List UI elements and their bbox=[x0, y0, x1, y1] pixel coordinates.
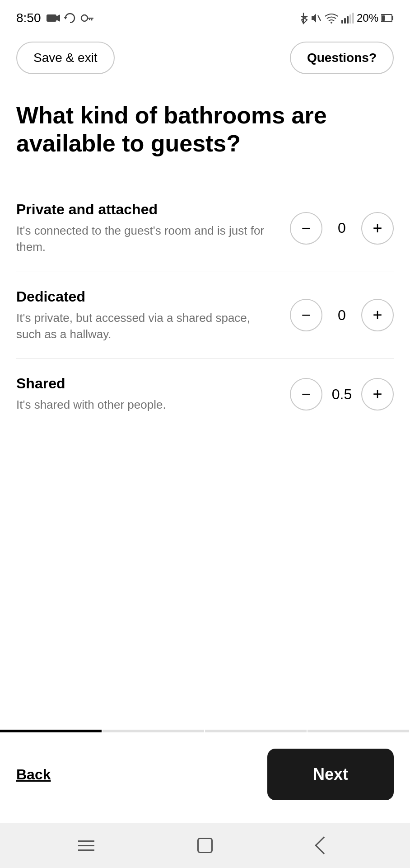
decrement-dedicated-button[interactable]: − bbox=[290, 299, 322, 331]
android-back-button[interactable] bbox=[312, 834, 335, 857]
battery-icon bbox=[381, 13, 394, 23]
option-desc-shared: It's shared with other people. bbox=[16, 396, 276, 413]
option-title-dedicated: Dedicated bbox=[16, 288, 276, 305]
questions-button[interactable]: Questions? bbox=[290, 42, 394, 74]
back-icon bbox=[315, 836, 333, 854]
option-text-dedicated: Dedicated It's private, but accessed via… bbox=[16, 288, 290, 343]
svg-line-7 bbox=[318, 15, 321, 21]
svg-rect-11 bbox=[347, 16, 349, 24]
bathroom-option-dedicated: Dedicated It's private, but accessed via… bbox=[16, 272, 394, 359]
next-button[interactable]: Next bbox=[267, 749, 394, 800]
main-content: What kind of bathrooms are available to … bbox=[0, 83, 410, 730]
battery-text: 20% bbox=[357, 12, 378, 24]
svg-rect-6 bbox=[89, 19, 90, 20]
svg-marker-1 bbox=[56, 14, 60, 22]
increment-dedicated-button[interactable]: + bbox=[361, 299, 394, 331]
stepper-value-private: 0 bbox=[331, 220, 353, 236]
stepper-dedicated: − 0 + bbox=[290, 299, 394, 331]
svg-rect-12 bbox=[349, 14, 351, 24]
option-title-shared: Shared bbox=[16, 375, 276, 392]
svg-rect-5 bbox=[91, 19, 93, 21]
increment-private-button[interactable]: + bbox=[361, 212, 394, 245]
home-icon bbox=[197, 838, 213, 853]
status-bar: 8:50 bbox=[0, 0, 410, 33]
option-text-private: Private and attached It's connected to t… bbox=[16, 201, 290, 255]
svg-marker-2 bbox=[64, 17, 67, 19]
key-icon bbox=[80, 13, 93, 23]
bathroom-option-shared: Shared It's shared with other people. − … bbox=[16, 359, 394, 429]
decrement-private-button[interactable]: − bbox=[290, 212, 322, 245]
svg-rect-16 bbox=[392, 16, 393, 20]
svg-rect-13 bbox=[352, 13, 354, 24]
mute-icon bbox=[311, 12, 321, 24]
svg-point-3 bbox=[81, 15, 88, 21]
svg-rect-0 bbox=[47, 14, 56, 22]
signal-icon bbox=[341, 13, 354, 24]
stepper-value-shared: 0.5 bbox=[331, 386, 353, 403]
stepper-private: − 0 + bbox=[290, 212, 394, 245]
stepper-shared: − 0.5 + bbox=[290, 378, 394, 410]
option-title-private: Private and attached bbox=[16, 201, 276, 218]
option-desc-dedicated: It's private, but accessed via a shared … bbox=[16, 310, 276, 343]
page-title: What kind of bathrooms are available to … bbox=[16, 101, 394, 158]
svg-rect-9 bbox=[341, 20, 343, 24]
status-left-icons bbox=[47, 13, 93, 23]
bathroom-option-private: Private and attached It's connected to t… bbox=[16, 185, 394, 272]
status-right-icons: 20% bbox=[299, 12, 394, 24]
bluetooth-icon bbox=[299, 12, 308, 24]
increment-shared-button[interactable]: + bbox=[361, 378, 394, 410]
android-nav-bar bbox=[0, 823, 410, 868]
bottom-nav: Back Next bbox=[0, 732, 410, 823]
svg-point-8 bbox=[331, 22, 332, 24]
wifi-icon bbox=[324, 12, 339, 24]
android-menu-button[interactable] bbox=[75, 834, 98, 857]
option-text-shared: Shared It's shared with other people. bbox=[16, 375, 290, 413]
back-button[interactable]: Back bbox=[16, 762, 51, 788]
svg-rect-10 bbox=[344, 18, 346, 24]
top-nav: Save & exit Questions? bbox=[0, 33, 410, 83]
camera-icon bbox=[47, 13, 60, 23]
stepper-value-dedicated: 0 bbox=[331, 307, 353, 324]
svg-rect-15 bbox=[382, 15, 385, 21]
android-home-button[interactable] bbox=[194, 834, 216, 857]
svg-rect-4 bbox=[88, 18, 93, 19]
option-desc-private: It's connected to the guest's room and i… bbox=[16, 222, 276, 255]
status-time: 8:50 bbox=[16, 11, 41, 25]
menu-icon bbox=[78, 840, 94, 851]
decrement-shared-button[interactable]: − bbox=[290, 378, 322, 410]
save-exit-button[interactable]: Save & exit bbox=[16, 42, 115, 74]
refresh-icon bbox=[64, 13, 76, 23]
